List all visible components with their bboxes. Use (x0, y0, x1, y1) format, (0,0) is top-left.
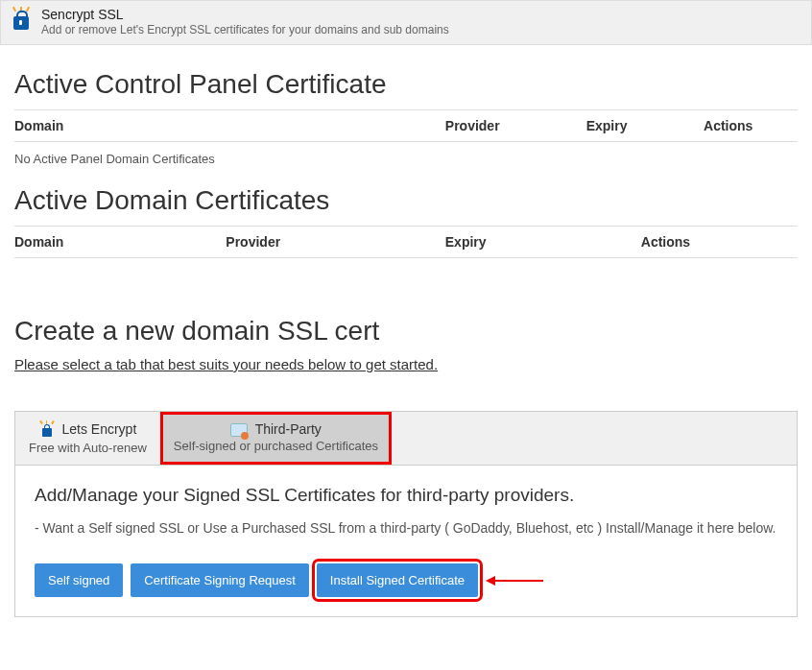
tab-third-party[interactable]: Third-Party Self-signed or purchased Cer… (160, 412, 392, 465)
tab-third-party-label: Third-Party (255, 421, 322, 437)
col-actions: Actions (704, 110, 798, 142)
col-provider: Provider (226, 227, 444, 258)
col-expiry: Expiry (586, 110, 704, 142)
col-domain: Domain (14, 110, 445, 142)
third-party-panel-desc: - Want a Self signed SSL or Use a Purcha… (35, 519, 777, 538)
panel-cert-table: Domain Provider Expiry Actions No Active… (14, 109, 798, 176)
page-subtitle: Add or remove Let's Encrypt SSL certific… (41, 23, 449, 36)
create-instruction: Please select a tab that best suits your… (14, 356, 798, 372)
section-create-title: Create a new domain SSL cert (14, 316, 798, 347)
ssl-tabs-container: Lets Encrypt Free with Auto-renew Third-… (14, 411, 798, 617)
page-header: Sencrypt SSL Add or remove Let's Encrypt… (0, 0, 812, 45)
page-title: Sencrypt SSL (41, 7, 449, 22)
install-signed-cert-button[interactable]: Install Signed Certificate (317, 563, 478, 597)
col-actions: Actions (641, 227, 798, 258)
tab-third-party-sub: Self-signed or purchased Certificates (174, 439, 378, 453)
col-domain: Domain (14, 227, 226, 258)
tab-lets-encrypt-label: Lets Encrypt (61, 421, 136, 437)
domain-cert-table: Domain Provider Expiry Actions (14, 226, 798, 258)
tab-lets-encrypt-sub: Free with Auto-renew (29, 441, 147, 455)
section-panel-cert-title: Active Control Panel Certificate (14, 69, 798, 100)
certificate-icon (230, 423, 248, 437)
panel-cert-empty: No Active Panel Domain Certificates (14, 142, 798, 177)
section-domain-cert-title: Active Domain Certificates (14, 185, 798, 216)
third-party-panel-title: Add/Manage your Signed SSL Certificates … (35, 485, 777, 506)
annotation-arrow (486, 571, 539, 588)
lets-encrypt-icon (39, 421, 55, 439)
self-signed-button[interactable]: Self signed (35, 563, 123, 597)
col-provider: Provider (445, 110, 586, 142)
tab-lets-encrypt[interactable]: Lets Encrypt Free with Auto-renew (15, 412, 160, 465)
sencrypt-ssl-icon (11, 9, 32, 34)
col-expiry: Expiry (445, 227, 641, 258)
csr-button[interactable]: Certificate Signing Request (131, 563, 309, 597)
